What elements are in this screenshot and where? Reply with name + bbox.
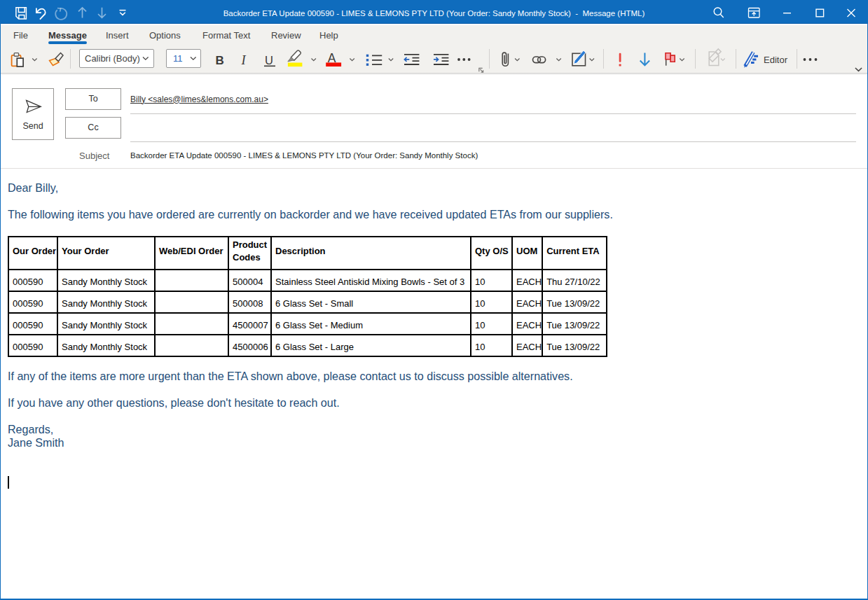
svg-text:B: B bbox=[216, 54, 224, 67]
svg-text:U: U bbox=[265, 54, 273, 67]
svg-text:I: I bbox=[241, 53, 247, 67]
